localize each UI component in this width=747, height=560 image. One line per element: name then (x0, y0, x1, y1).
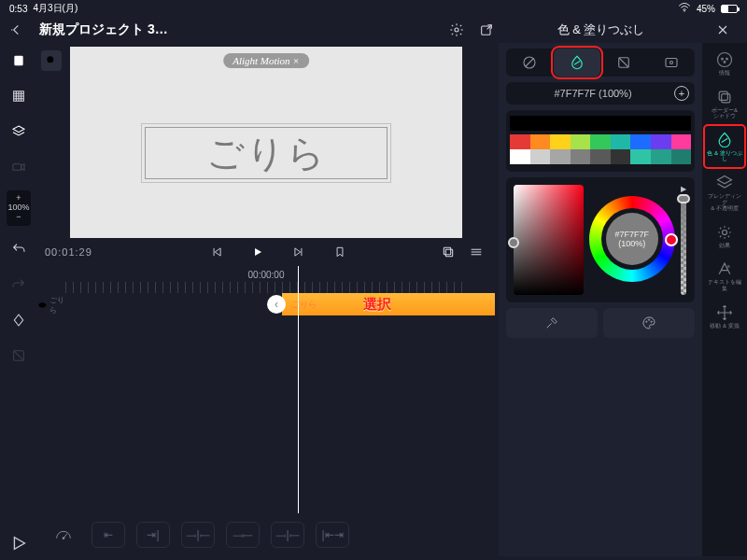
preview-canvas[interactable]: Alight Motion × ごりら (70, 47, 462, 238)
svg-point-0 (684, 10, 685, 12)
next-keyframe-button[interactable] (288, 241, 310, 263)
swatch[interactable] (671, 149, 692, 164)
tool-shape[interactable] (7, 49, 31, 73)
undo-button[interactable] (7, 237, 31, 261)
close-panel-button[interactable] (704, 19, 741, 41)
clip-expand-button[interactable]: ‹ (267, 295, 286, 314)
timeline[interactable]: 00:00:00 ごりら ‹ ごりら 選択 (37, 266, 495, 513)
left-toolbar: + 100% − (0, 43, 37, 556)
swatch[interactable] (510, 116, 691, 131)
export-button[interactable] (475, 19, 498, 41)
split-right-button[interactable]: ⟞|⟝ (271, 522, 304, 548)
swatch[interactable] (651, 134, 671, 149)
speed-button[interactable] (47, 522, 80, 548)
edit-text-tab[interactable]: a テキストを編集 (706, 256, 743, 295)
sv-cursor[interactable] (508, 237, 519, 248)
split-button[interactable]: ⟞⟝ (226, 522, 260, 548)
timeline-clip[interactable]: ‹ ごりら 選択 (282, 293, 495, 315)
watermark-pill[interactable]: Alight Motion × (223, 53, 309, 68)
swatch[interactable] (530, 149, 551, 164)
svg-rect-8 (444, 247, 450, 254)
info-tab[interactable]: 情報 (706, 47, 743, 80)
time-ruler[interactable]: 00:00:00 (37, 266, 495, 293)
keyframe-button[interactable] (7, 308, 31, 332)
swatch[interactable] (550, 149, 571, 164)
swatch[interactable] (651, 149, 671, 164)
swatch[interactable] (611, 134, 631, 149)
svg-point-19 (722, 58, 724, 60)
zoom-minus[interactable]: − (16, 213, 21, 222)
settings-button[interactable] (445, 19, 468, 41)
svg-rect-23 (722, 93, 730, 102)
layer-visibility[interactable]: ごりら (37, 295, 69, 315)
transport-bar: 00:01:29 (37, 238, 495, 266)
text-layer-bounds[interactable]: ごりら (145, 127, 388, 179)
tool-grid[interactable] (7, 84, 31, 108)
alpha-slider[interactable] (681, 197, 686, 295)
back-button[interactable] (6, 19, 28, 41)
alpha-cursor[interactable] (677, 194, 690, 203)
swatch[interactable] (630, 149, 651, 164)
hue-cursor[interactable] (665, 233, 678, 246)
sv-box[interactable] (514, 185, 584, 295)
current-color-row[interactable]: #7F7F7F (100%) + (506, 82, 695, 105)
swatch[interactable] (611, 149, 631, 164)
prev-keyframe-button[interactable] (205, 241, 228, 263)
palette-button[interactable] (603, 308, 695, 338)
swatch[interactable] (510, 134, 530, 149)
move-transform-tab[interactable]: 移動 & 変換 (706, 300, 743, 333)
copy-frame-button[interactable] (437, 241, 459, 263)
project-title[interactable]: 新規プロジェクト 3… (39, 21, 168, 38)
svg-text:a: a (727, 264, 731, 270)
play-button[interactable] (247, 241, 269, 263)
color-fill-panel: #7F7F7F (100%) + #7F7F7F (100%) (499, 43, 702, 556)
add-color-button[interactable]: + (674, 86, 689, 101)
blending-tab[interactable]: ブレンディング & 不透明度 (706, 170, 743, 216)
redo-button[interactable] (7, 273, 31, 297)
tool-mask[interactable] (7, 343, 31, 368)
playhead[interactable] (298, 266, 299, 513)
tool-layers[interactable] (7, 119, 31, 144)
swatch[interactable] (590, 134, 611, 149)
track-row[interactable]: ごりら ‹ ごりら 選択 (37, 293, 495, 317)
swatch[interactable] (571, 134, 591, 149)
trim-end-button[interactable]: |⇤⇥ (316, 522, 349, 548)
svg-rect-3 (14, 56, 22, 66)
trim-start-button[interactable]: ⇤ (92, 522, 125, 548)
wifi-icon (678, 3, 691, 14)
fill-none-tab[interactable] (506, 49, 554, 77)
fill-solid-tab[interactable] (554, 49, 601, 77)
magnify-button[interactable] (41, 50, 62, 71)
swatch[interactable] (510, 149, 530, 164)
border-shadow-tab[interactable]: ボーダー& シャドウ (706, 84, 743, 123)
svg-point-17 (651, 321, 652, 322)
svg-rect-13 (666, 59, 677, 67)
swatch[interactable] (671, 134, 692, 149)
zoom-control[interactable]: + 100% − (7, 190, 31, 226)
swatch[interactable] (630, 134, 651, 149)
swatch[interactable] (530, 134, 551, 149)
alpha-animate-icon[interactable]: ▶ (681, 185, 686, 193)
clip-overlay-label: 選択 (317, 296, 495, 314)
split-left-button[interactable]: ⟞|⟝ (181, 522, 215, 548)
ruler-zero-label: 00:00:00 (248, 270, 285, 280)
timecode-current[interactable]: 00:01:29 (45, 246, 120, 258)
swatch[interactable] (571, 149, 591, 164)
play-outline-button[interactable] (6, 530, 32, 556)
swatch[interactable] (550, 134, 571, 149)
fill-gradient-tab[interactable] (600, 49, 648, 77)
color-fill-tab[interactable]: 色 & 塗りつぶし (706, 127, 743, 166)
fill-image-tab[interactable] (648, 49, 696, 77)
ring-center-chip[interactable]: #7F7F7F (100%) (606, 213, 658, 265)
svg-point-1 (455, 28, 458, 32)
bookmark-button[interactable] (329, 241, 351, 263)
hue-ring[interactable]: #7F7F7F (100%) (589, 196, 675, 282)
swatch[interactable] (590, 149, 611, 164)
trim-in-button[interactable]: ⇥| (136, 522, 170, 548)
tool-camera[interactable] (7, 155, 31, 179)
color-picker: #7F7F7F (100%) ▶ (506, 177, 695, 302)
timeline-options-button[interactable] (465, 241, 487, 263)
effects-tab[interactable]: 効果 (706, 219, 743, 253)
eyedropper-button[interactable] (506, 308, 598, 338)
clip-label: ごりら (291, 299, 317, 311)
